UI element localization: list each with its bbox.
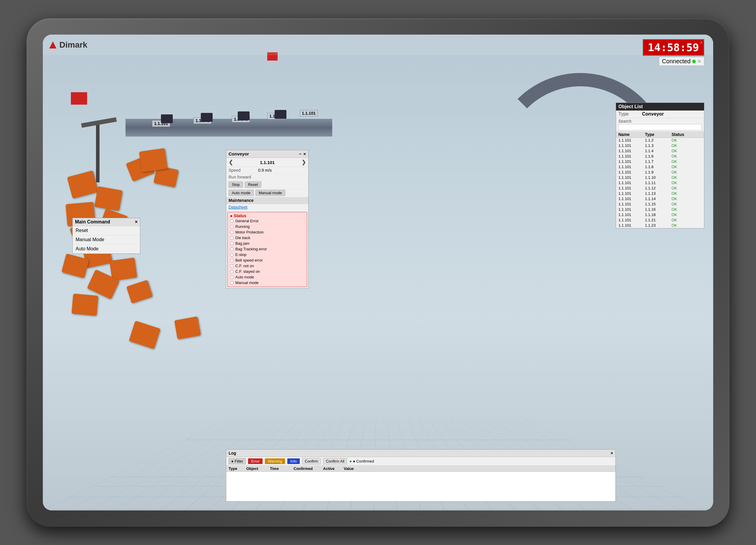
conveyor-panel-header: Conveyor − × <box>226 150 308 158</box>
bag-1 <box>67 170 98 199</box>
status-section: ● Status General ErrorRunningMotor Prote… <box>227 212 307 287</box>
status-radio <box>230 242 234 245</box>
flag-2 <box>71 92 87 105</box>
status-item: Bag jam <box>230 240 304 246</box>
table-row[interactable]: 1.1.1011.1.23OK <box>616 223 704 228</box>
table-row[interactable]: 1.1.1011.1.15OK <box>616 201 704 207</box>
table-row[interactable]: 1.1.1011.1.13OK <box>616 191 704 196</box>
connected-bar: Connected × <box>659 57 704 66</box>
trolley-3 <box>238 111 250 120</box>
trolley-2 <box>201 113 213 122</box>
connected-label: Connected <box>662 58 691 65</box>
status-title: ● Status <box>230 213 304 218</box>
confirm-all-button[interactable]: Confirm All <box>323 458 347 464</box>
log-body <box>226 472 615 501</box>
table-row[interactable]: 1.1.1011.1.7OK <box>616 159 704 164</box>
conveyor-nav-forward[interactable]: ❯ <box>302 159 306 165</box>
object-list-table-header: Name Type Status <box>616 131 704 138</box>
object-list-type-row: Type Conveyor <box>616 110 704 118</box>
log-toolbar: ● Filter Error Warning Info Confirm Conf… <box>226 457 615 466</box>
reset-button[interactable]: Reset <box>245 181 261 188</box>
speed-value: 0.9 m/s <box>258 168 272 172</box>
mode-buttons: Auto mode Manual mode <box>229 190 285 196</box>
log-header: Log × <box>226 450 615 457</box>
table-row[interactable]: 1.1.1011.1.8OK <box>616 164 704 170</box>
conv-badge-5: 1.1.101 <box>300 110 318 116</box>
table-row[interactable]: 1.1.1011.1.14OK <box>616 196 704 201</box>
status-radio <box>230 258 234 262</box>
info-button[interactable]: Info <box>287 458 300 464</box>
type-label: Type <box>618 111 642 117</box>
warning-button[interactable]: Warning <box>265 458 285 464</box>
log-col-time: Time <box>270 466 294 471</box>
clock-close-button[interactable]: × <box>700 40 703 45</box>
table-row[interactable]: 1.1.1011.1.12OK <box>616 185 704 191</box>
conveyor-detail-panel: Conveyor − × ❮ 1.1.101 ❯ Speed 0.9 m/s R… <box>226 150 309 289</box>
reset-command[interactable]: Reset <box>73 226 140 235</box>
status-radio <box>230 253 234 256</box>
conveyor-close-button[interactable]: × <box>303 151 306 156</box>
table-row[interactable]: 1.1.1011.1.18OK <box>616 212 704 217</box>
table-row[interactable]: 1.1.1011.1.10OK <box>616 175 704 180</box>
status-radio <box>230 281 234 285</box>
bag-11 <box>126 280 153 304</box>
svg-marker-0 <box>49 41 56 48</box>
status-item: Running <box>230 224 304 229</box>
tablet-shell: 1.1.101 1.1.101 1.1.101 1.1.101 1.1.101 … <box>27 18 729 527</box>
run-forward-label: Run forward <box>229 175 258 179</box>
error-button[interactable]: Error <box>248 458 263 464</box>
table-row[interactable]: 1.1.1011.1.3OK <box>616 143 704 148</box>
auto-mode-command[interactable]: Auto Mode <box>73 244 140 253</box>
status-item: Die back <box>230 235 304 240</box>
conveyor-panel-title: Conveyor <box>229 151 249 156</box>
status-items: General ErrorRunningMotor ProtectionDie … <box>230 218 304 286</box>
auto-mode-button[interactable]: Auto mode <box>229 190 254 196</box>
confirm-button[interactable]: Confirm <box>302 458 321 464</box>
status-radio <box>230 236 234 240</box>
log-close-button[interactable]: × <box>611 451 613 456</box>
table-row[interactable]: 1.1.1011.1.9OK <box>616 170 704 175</box>
clock-panel: 14:58:59 × <box>643 39 704 56</box>
log-table-header: Type Object Time Confirmed Active Value <box>226 466 615 472</box>
filter-button[interactable]: ● Filter <box>229 458 246 464</box>
log-title: Log <box>229 451 236 456</box>
conveyor-nav-back[interactable]: ❮ <box>229 159 233 165</box>
3d-scene: 1.1.101 1.1.101 1.1.101 1.1.101 1.1.101 … <box>43 35 713 510</box>
col-type: Type <box>645 132 672 137</box>
speed-label: Speed <box>229 168 258 172</box>
table-row[interactable]: 1.1.1011.1.6OK <box>616 154 704 159</box>
status-radio <box>230 276 234 279</box>
clock-time: 14:58:59 <box>648 41 699 53</box>
table-row[interactable]: 1.1.1011.1.4OK <box>616 148 704 154</box>
mode-row: Auto mode Manual mode <box>226 189 308 197</box>
table-row[interactable]: 1.1.1011.1.2OK <box>616 138 704 143</box>
manual-mode-button[interactable]: Manual mode <box>255 190 285 196</box>
type-value: Conveyor <box>642 111 702 117</box>
status-radio <box>230 247 234 251</box>
main-command-close-button[interactable]: × <box>135 219 138 224</box>
status-item: E-stop <box>230 252 304 257</box>
conveyor-minimize-button[interactable]: − <box>299 151 302 156</box>
bag-12 <box>71 294 98 316</box>
manual-mode-command[interactable]: Manual Mode <box>73 235 140 244</box>
main-command-title-bar: Main Command × <box>73 218 140 226</box>
logo-icon <box>49 41 57 49</box>
datasheet-link[interactable]: Datasheet <box>226 204 308 211</box>
main-command-title: Main Command <box>75 219 110 224</box>
status-item: Auto mode <box>230 274 304 280</box>
object-list-panel: Object List Type Conveyor Search Name Ty… <box>616 102 704 228</box>
status-radio <box>230 270 234 274</box>
table-row[interactable]: 1.1.1011.1.16OK <box>616 207 704 212</box>
log-col-object: Object <box>246 466 270 471</box>
col-status: Status <box>672 132 695 137</box>
connected-close-button[interactable]: × <box>698 58 701 65</box>
logo-text: Dimark <box>59 40 87 50</box>
search-input[interactable] <box>618 124 702 130</box>
table-row[interactable]: 1.1.1011.1.11OK <box>616 180 704 185</box>
stop-button[interactable]: Stop <box>229 181 243 188</box>
table-row[interactable]: 1.1.1011.1.21OK <box>616 217 704 223</box>
bag-17 <box>174 317 201 340</box>
status-item: C.F. not on <box>230 263 304 268</box>
maintenance-header: Maintenance <box>226 197 308 204</box>
trolley-1 <box>161 114 173 123</box>
